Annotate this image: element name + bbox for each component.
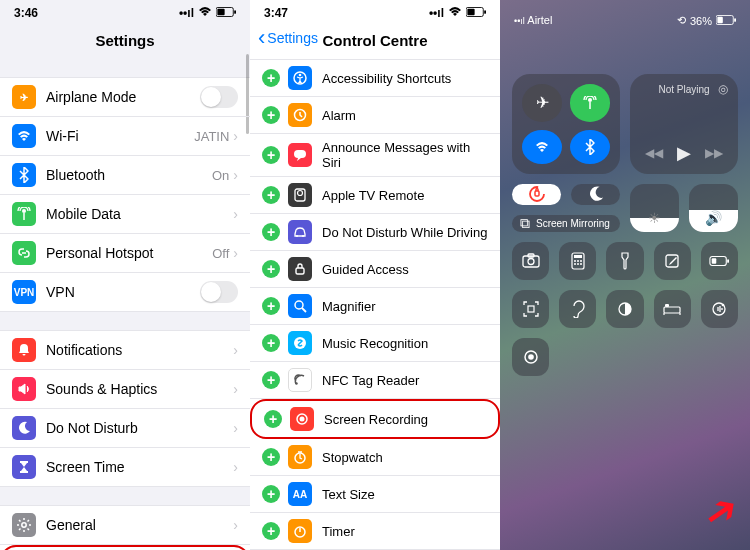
svg-point-52 (580, 263, 582, 265)
settings-row-general[interactable]: General› (0, 506, 250, 545)
row-detail: JATIN (194, 129, 229, 144)
dark-mode-tile[interactable] (606, 290, 643, 328)
car-icon (288, 220, 312, 244)
svg-rect-16 (484, 10, 486, 14)
item-label: Alarm (322, 108, 488, 123)
low-power-tile[interactable] (701, 242, 738, 280)
battery-icon (466, 6, 486, 20)
connectivity-module[interactable]: ✈ (512, 74, 620, 174)
back-button[interactable]: Settings (258, 30, 318, 46)
add-button[interactable]: + (262, 106, 280, 124)
✈-icon: ✈ (12, 85, 36, 109)
settings-row-wi-fi[interactable]: Wi-FiJATIN› (0, 117, 250, 156)
dnd-tile[interactable] (571, 184, 620, 205)
cc-item-apple-tv-remote[interactable]: +Apple TV Remote (250, 177, 500, 214)
hour-icon (12, 455, 36, 479)
wifi-toggle[interactable] (522, 130, 562, 165)
cc-item-text-size[interactable]: +AAText Size (250, 476, 500, 513)
cc-item-timer[interactable]: +Timer (250, 513, 500, 550)
add-button[interactable]: + (264, 410, 282, 428)
cc-item-magnifier[interactable]: +Magnifier (250, 288, 500, 325)
rotation-lock-tile[interactable] (512, 184, 561, 205)
screen-record-tile[interactable] (512, 338, 549, 376)
airplane-toggle[interactable]: ✈ (522, 84, 562, 122)
sleep-tile[interactable] (654, 290, 691, 328)
add-button[interactable]: + (262, 223, 280, 241)
row-label: Airplane Mode (46, 89, 200, 105)
add-button[interactable]: + (262, 485, 280, 503)
lock-icon (288, 257, 312, 281)
qr-tile[interactable] (512, 290, 549, 328)
add-button[interactable]: + (262, 186, 280, 204)
cc-item-announce-messages-with-siri[interactable]: +Announce Messages with Siri (250, 134, 500, 177)
notes-tile[interactable] (654, 242, 691, 280)
chevron-right-icon: › (233, 381, 238, 397)
airplay-icon[interactable]: ◎ (718, 82, 728, 96)
brightness-slider[interactable]: ☀ (630, 184, 679, 232)
chevron-right-icon: › (233, 206, 238, 222)
cc-item-screen-recording[interactable]: +Screen Recording (250, 399, 500, 439)
row-label: Notifications (46, 342, 233, 358)
rec-icon (290, 407, 314, 431)
svg-point-19 (299, 74, 302, 77)
add-button[interactable]: + (262, 69, 280, 87)
ant-icon (12, 202, 36, 226)
settings-row-do-not-disturb[interactable]: Do Not Disturb› (0, 409, 250, 448)
bluetooth-toggle[interactable] (570, 130, 610, 165)
acc-icon (288, 66, 312, 90)
cc-item-accessibility-shortcuts[interactable]: +Accessibility Shortcuts (250, 60, 500, 97)
row-label: Screen Time (46, 459, 233, 475)
toggle[interactable] (200, 281, 238, 303)
add-button[interactable]: + (262, 146, 280, 164)
status-bar: 3:46 ••ıl (0, 0, 250, 24)
nav-header: Settings Control Centre (250, 24, 500, 59)
volume-slider[interactable]: 🔊 (689, 184, 738, 232)
cc-item-do-not-disturb-while-driving[interactable]: +Do Not Disturb While Driving (250, 214, 500, 251)
settings-row-vpn[interactable]: VPNVPN (0, 273, 250, 311)
add-button[interactable]: + (262, 522, 280, 540)
cc-item-stopwatch[interactable]: +Stopwatch (250, 439, 500, 476)
toggle[interactable] (200, 86, 238, 108)
settings-row-screen-time[interactable]: Screen Time› (0, 448, 250, 486)
settings-row-control-centre[interactable]: Control Centre› (0, 545, 250, 550)
svg-point-23 (298, 191, 303, 196)
settings-row-sounds-haptics[interactable]: Sounds & Haptics› (0, 370, 250, 409)
add-button[interactable]: + (262, 334, 280, 352)
settings-row-personal-hotspot[interactable]: Personal HotspotOff› (0, 234, 250, 273)
chevron-right-icon: › (233, 342, 238, 358)
prev-track-icon[interactable]: ◀◀ (645, 146, 663, 160)
add-button[interactable]: + (262, 297, 280, 315)
add-button[interactable]: + (262, 448, 280, 466)
page-title: Control Centre (323, 32, 428, 49)
add-button[interactable]: + (262, 371, 280, 389)
hearing-tile[interactable] (559, 290, 596, 328)
svg-rect-59 (664, 307, 680, 313)
calculator-tile[interactable] (559, 242, 596, 280)
cc-item-music-recognition[interactable]: +Music Recognition (250, 325, 500, 362)
settings-row-airplane-mode[interactable]: ✈Airplane Mode (0, 78, 250, 117)
screen-mirroring-tile[interactable]: ⧉ Screen Mirroring (512, 215, 620, 233)
settings-row-bluetooth[interactable]: BluetoothOn› (0, 156, 250, 195)
settings-row-mobile-data[interactable]: Mobile Data› (0, 195, 250, 234)
nfc-icon (288, 368, 312, 392)
play-icon[interactable]: ▶ (677, 142, 691, 164)
flashlight-tile[interactable] (606, 242, 643, 280)
svg-point-39 (588, 98, 592, 102)
chevron-right-icon: › (233, 420, 238, 436)
wifi-icon (448, 6, 462, 20)
cc-item-nfc-tag-reader[interactable]: +NFC Tag Reader (250, 362, 500, 399)
row-label: Personal Hotspot (46, 245, 212, 261)
camera-tile[interactable] (512, 242, 549, 280)
svg-point-29 (295, 382, 297, 384)
cc-item-guided-access[interactable]: +Guided Access (250, 251, 500, 288)
add-button[interactable]: + (262, 260, 280, 278)
cc-item-alarm[interactable]: +Alarm (250, 97, 500, 134)
rotation-lock-icon: ⟲ (677, 14, 686, 27)
brightness-icon: ☀ (648, 210, 661, 226)
settings-row-notifications[interactable]: Notifications› (0, 331, 250, 370)
media-module[interactable]: ◎ Not Playing ◀◀ ▶ ▶▶ (630, 74, 738, 174)
screen-mirroring-icon: ⧉ (520, 215, 530, 232)
mobile-data-toggle[interactable] (570, 84, 610, 122)
next-track-icon[interactable]: ▶▶ (705, 146, 723, 160)
sound-tile[interactable] (701, 290, 738, 328)
